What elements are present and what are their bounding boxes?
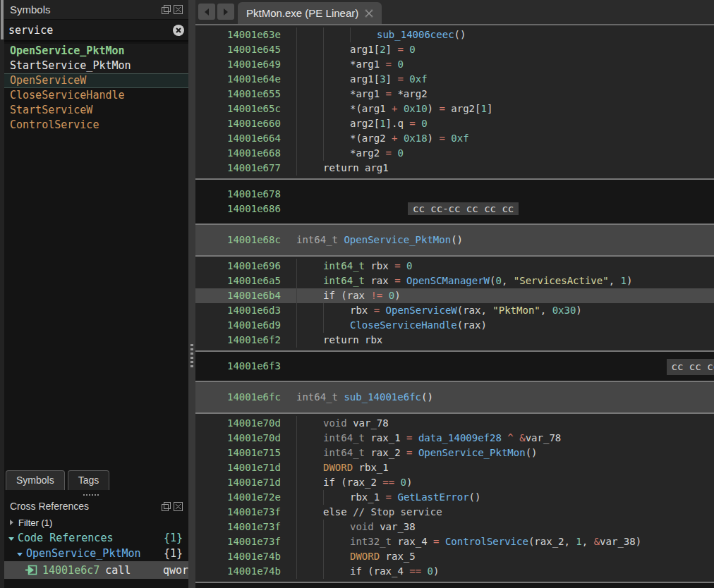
code-line[interactable]: 14001e6a5int64_t rax = OpenSCManagerW(0,… [195,274,714,288]
code-line[interactable]: 14001e655*arg1 = *arg2 [195,87,714,102]
address[interactable]: 14001e70d [195,416,296,431]
address[interactable]: 14001e696 [195,259,296,274]
code-scroll[interactable]: 14001e63esub_14006ceec()14001e645arg1[2]… [195,24,714,588]
code-line[interactable]: 14001e6f3cc cc cc [195,359,714,374]
code-line[interactable]: 14001e6d3rbx = OpenServiceW(rax, "PktMon… [195,303,714,318]
code-line[interactable]: 14001e696int64_t rbx = 0 [195,259,714,274]
address[interactable]: 14001e664 [195,131,296,146]
address[interactable]: 14001e6f3 [195,359,296,374]
code-line[interactable]: 14001e686cc cc-cc cc cc cc [195,202,714,216]
address[interactable]: 14001e6d3 [195,303,296,318]
popout-icon[interactable] [162,502,171,511]
code-line[interactable]: 14001e6fcint64_t sub_14001e6fc() [195,390,714,405]
address[interactable]: 14001e74b [195,549,296,564]
code-line[interactable]: 14001e645arg1[2] = 0 [195,42,714,57]
address[interactable]: 14001e6d9 [195,318,296,333]
code-line[interactable]: 14001e71dif (rax_2 == 0) [195,475,714,490]
symbol-item[interactable]: OpenService_PktMon [4,44,188,59]
address[interactable]: 14001e71d [195,460,296,475]
symbol-item[interactable]: CloseServiceHandle [4,88,188,103]
address[interactable]: 14001e65c [195,102,296,116]
address[interactable]: 14001e649 [195,57,296,72]
code-line[interactable]: 14001e63esub_14006ceec() [195,27,714,42]
address[interactable]: 14001e686 [195,202,296,216]
xref-entry-row[interactable]: 14001e6c7 call qwor [4,561,188,579]
code-line[interactable]: 14001e71dDWORD rbx_1 [195,460,714,475]
byte-literal[interactable]: cc cc cc [667,359,714,375]
tab-tags[interactable]: Tags [68,470,110,490]
byte-literal[interactable]: cc cc-cc cc cc cc [408,202,519,215]
popout-icon[interactable] [162,5,171,14]
symbol-item[interactable]: OpenServiceW [4,73,188,88]
tab-symbols[interactable]: Symbols [6,470,65,490]
close-panel-icon[interactable] [174,502,183,511]
address[interactable]: 14001e6a5 [195,274,296,288]
back-button[interactable] [198,4,215,20]
code-line[interactable]: 14001e677return arg1 [195,161,714,176]
close-panel-icon[interactable] [174,5,183,14]
address[interactable]: 14001e6fc [195,390,296,405]
collapse-arrow-icon[interactable] [8,537,14,541]
address[interactable]: 14001e68c [195,233,296,247]
code-line[interactable]: 14001e6b4if (rax != 0) [195,288,714,303]
tab-close-icon[interactable] [365,9,373,18]
symbol-item[interactable]: ControlService [4,118,188,133]
address[interactable]: 14001e668 [195,146,296,161]
code-line[interactable]: 14001e664*(arg2 + 0x18) = 0xf [195,131,714,146]
address[interactable]: 14001e70d [195,431,296,446]
document-tab[interactable]: PktMon.exe (PE Linear) [238,2,382,24]
address[interactable]: 14001e6f2 [195,333,296,348]
address[interactable]: 14001e6b4 [195,288,296,303]
code-line[interactable]: 14001e65c*(arg1 + 0x10) = arg2[1] [195,102,714,116]
code-line[interactable]: 14001e715int64_t rax_2 = OpenService_Pkt… [195,446,714,460]
xrefs-symbol-row[interactable]: OpenService_PktMon {1} [4,546,188,561]
collapse-arrow-icon[interactable] [17,553,23,556]
code-line[interactable]: 14001e74bDWORD rax_5 [195,549,714,564]
code-line[interactable]: 14001e668*arg2 = 0 [195,146,714,161]
address[interactable]: 14001e64e [195,72,296,87]
indent-guide [296,446,323,460]
symbol-item[interactable]: StartServiceW [4,103,188,118]
address[interactable]: 14001e71d [195,475,296,490]
address[interactable]: 14001e678 [195,187,296,202]
panel-resize-handle[interactable] [83,494,99,496]
address[interactable]: 14001e74b [195,564,296,579]
symbol-item[interactable]: StartService_PktMon [4,59,188,73]
sidebar-scrollbar-thumb[interactable] [1,0,4,39]
token: 1 [576,536,581,547]
forward-button[interactable] [217,4,234,20]
code-line[interactable]: 14001e73fint32_t rax_4 = ControlService(… [195,534,714,549]
address[interactable]: 14001e73f [195,534,296,549]
code-line[interactable]: 14001e73felse // Stop service [195,505,714,520]
address[interactable]: 14001e73f [195,505,296,520]
code-line[interactable]: 14001e678 [195,187,714,202]
address[interactable]: 14001e63e [195,27,296,42]
address[interactable]: 14001e677 [195,161,296,176]
token: = [386,59,392,70]
address[interactable]: 14001e655 [195,87,296,102]
address[interactable]: 14001e73f [195,520,296,534]
code-line[interactable]: 14001e6d9CloseServiceHandle(rax) [195,318,714,333]
code-line[interactable]: 14001e70dvoid var_78 [195,416,714,431]
clear-search-icon[interactable] [173,25,184,36]
code-line[interactable]: 14001e6f2return rbx [195,333,714,348]
splitter-handle[interactable] [190,344,193,367]
code-line[interactable]: 14001e64earg1[3] = 0xf [195,72,714,87]
xrefs-filter-row[interactable]: Filter (1) [4,515,188,530]
address[interactable]: 14001e715 [195,446,296,460]
code-line[interactable]: 14001e649*arg1 = 0 [195,57,714,72]
symbol-search-value[interactable]: service [8,24,173,37]
address[interactable]: 14001e660 [195,116,296,131]
indent-guide [323,318,350,333]
address[interactable]: 14001e72e [195,490,296,505]
code-line[interactable]: 14001e660arg2[1].q = 0 [195,116,714,131]
code-line[interactable]: 14001e74bif (rax_4 == 0) [195,564,714,579]
code-line[interactable]: 14001e70dint64_t rax_1 = data_14009ef28 … [195,431,714,446]
pane-splitter[interactable] [188,0,195,588]
address[interactable]: 14001e645 [195,42,296,57]
symbol-search-field[interactable]: service [4,19,188,42]
code-line[interactable]: 14001e72erbx_1 = GetLastError() [195,490,714,505]
xrefs-group-code-references[interactable]: Code References {1} [4,530,188,546]
code-line[interactable]: 14001e73fvoid var_38 [195,520,714,534]
code-line[interactable]: 14001e68cint64_t OpenService_PktMon() [195,233,714,247]
